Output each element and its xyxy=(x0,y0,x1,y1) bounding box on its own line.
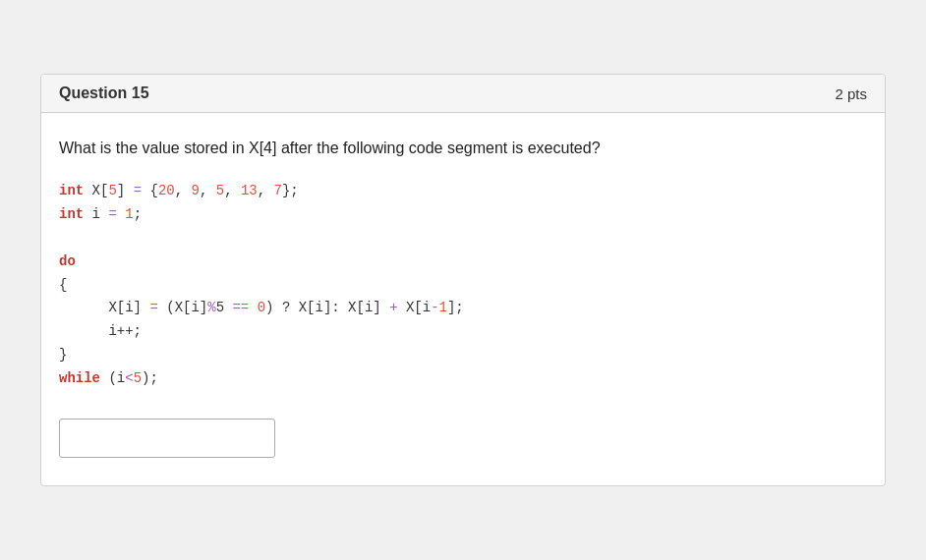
question-title: Question 15 xyxy=(59,84,149,102)
code-line-3 xyxy=(59,227,867,251)
question-text: What is the value stored in X[4] after t… xyxy=(59,137,867,160)
answer-input[interactable] xyxy=(59,419,275,458)
code-line-7: i++; xyxy=(59,320,867,344)
points-label: 2 pts xyxy=(835,85,867,102)
code-line-5: { xyxy=(59,274,867,298)
code-line-8: } xyxy=(59,344,867,367)
code-line-2: int i = 1; xyxy=(59,203,867,227)
code-line-6: X[i] = (X[i]%5 == 0) ? X[i]: X[i] + X[i-… xyxy=(59,297,867,320)
code-line-1: int X[5] = {20, 9, 5, 13, 7}; xyxy=(59,180,867,203)
card-body: What is the value stored in X[4] after t… xyxy=(41,113,885,484)
card-header: Question 15 2 pts xyxy=(41,75,885,113)
code-block: int X[5] = {20, 9, 5, 13, 7}; int i = 1;… xyxy=(59,180,867,390)
question-card: Question 15 2 pts What is the value stor… xyxy=(40,74,886,485)
code-line-9: while (i<5); xyxy=(59,367,867,391)
code-line-4: do xyxy=(59,251,867,274)
